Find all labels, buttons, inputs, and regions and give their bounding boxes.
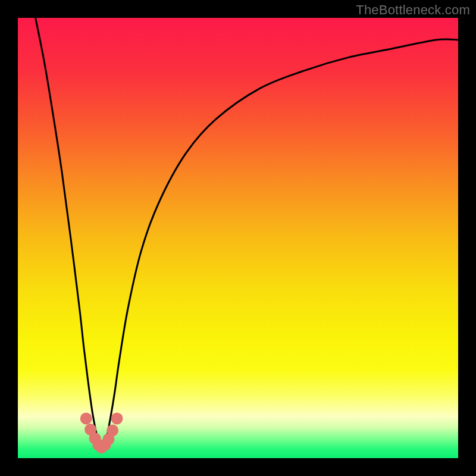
curve-line xyxy=(36,18,458,449)
plot-area xyxy=(18,18,458,458)
bottom-marker-cluster xyxy=(80,412,123,453)
marker-dot xyxy=(80,412,92,424)
watermark-text: TheBottleneck.com xyxy=(356,2,470,18)
marker-dot xyxy=(107,424,118,436)
chart-frame: TheBottleneck.com xyxy=(0,0,476,476)
bottleneck-curve xyxy=(18,18,458,458)
marker-dot xyxy=(111,412,123,424)
